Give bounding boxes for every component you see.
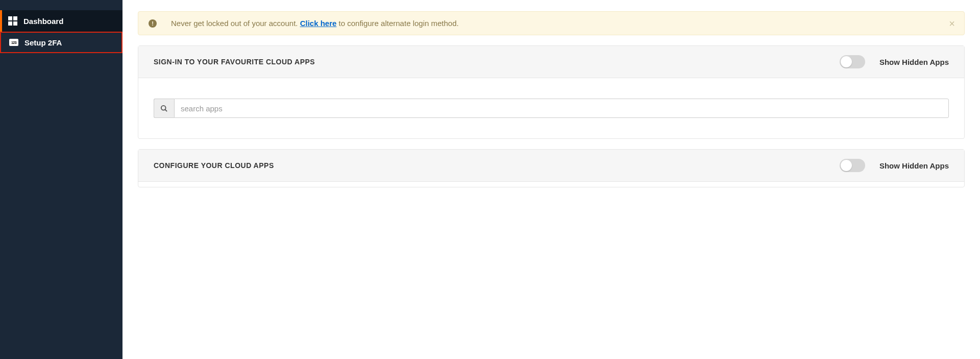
sidebar-item-setup-2fa[interactable]: 123 Setup 2FA	[0, 32, 122, 53]
search-wrap	[154, 99, 949, 118]
panel-configure-title: CONFIGURE YOUR CLOUD APPS	[154, 161, 274, 170]
search-icon[interactable]	[154, 99, 174, 118]
numeric-badge-icon: 123	[9, 38, 18, 47]
panel-signin-header-right: Show Hidden Apps	[840, 55, 949, 68]
warning-icon: !	[149, 19, 157, 28]
dashboard-icon	[8, 16, 17, 26]
show-hidden-apps-label-2: Show Hidden Apps	[879, 161, 949, 170]
alert-text-before: Never get locked out of your account.	[171, 19, 300, 28]
toggle-knob	[841, 160, 852, 171]
sidebar-item-label: Dashboard	[23, 17, 63, 26]
alert-link[interactable]: Click here	[300, 19, 337, 28]
toggle-knob	[841, 56, 852, 67]
alert-text: Never get locked out of your account. Cl…	[171, 19, 459, 28]
alert-banner: ! Never get locked out of your account. …	[138, 11, 965, 35]
panel-configure-header-right: Show Hidden Apps	[840, 159, 949, 172]
sidebar-item-label: Setup 2FA	[24, 38, 62, 47]
show-hidden-apps-label: Show Hidden Apps	[879, 58, 949, 66]
svg-point-0	[161, 105, 166, 110]
sidebar: Dashboard 123 Setup 2FA	[0, 0, 122, 359]
search-apps-input[interactable]	[174, 99, 949, 118]
panel-signin-title: SIGN-IN TO YOUR FAVOURITE CLOUD APPS	[154, 58, 315, 66]
sidebar-item-dashboard[interactable]: Dashboard	[0, 10, 122, 32]
panel-configure: CONFIGURE YOUR CLOUD APPS Show Hidden Ap…	[138, 149, 965, 187]
alert-text-after: to configure alternate login method.	[336, 19, 458, 28]
close-icon[interactable]: ×	[949, 18, 955, 29]
panel-configure-body	[138, 182, 964, 187]
show-hidden-apps-toggle[interactable]	[840, 55, 865, 68]
panel-configure-header: CONFIGURE YOUR CLOUD APPS Show Hidden Ap…	[138, 150, 964, 182]
panel-signin-header: SIGN-IN TO YOUR FAVOURITE CLOUD APPS Sho…	[138, 46, 964, 78]
panel-signin: SIGN-IN TO YOUR FAVOURITE CLOUD APPS Sho…	[138, 45, 965, 139]
show-hidden-apps-toggle-2[interactable]	[840, 159, 865, 172]
main-content: ! Never get locked out of your account. …	[122, 0, 980, 359]
svg-line-1	[165, 109, 167, 111]
panel-signin-body	[138, 78, 964, 138]
